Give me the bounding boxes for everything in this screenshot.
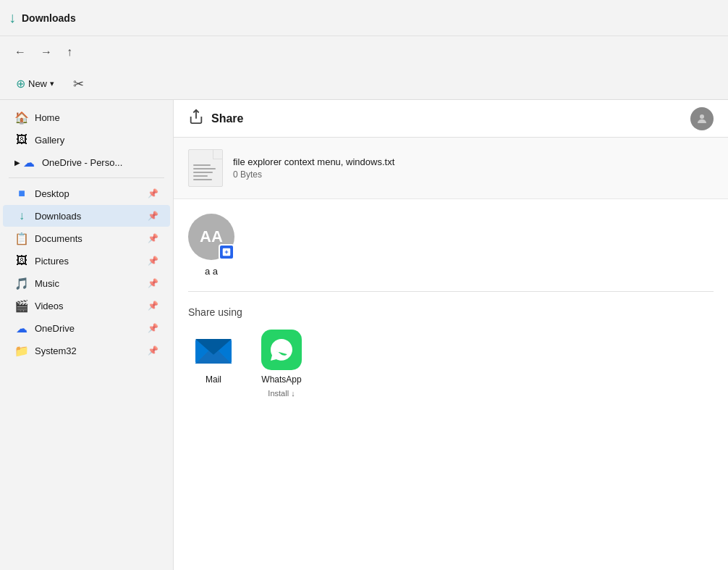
- sidebar-item-label: System32: [35, 345, 148, 356]
- gallery-icon: 🖼: [14, 133, 29, 147]
- share-app-mail[interactable]: Mail: [188, 330, 239, 385]
- whatsapp-label: WhatsApp: [261, 374, 301, 385]
- whatsapp-icon: [261, 330, 302, 370]
- folder-icon: 📁: [14, 343, 29, 358]
- sidebar-item-pictures[interactable]: 🖼 Pictures 📌: [3, 250, 170, 272]
- new-label: New: [28, 78, 47, 89]
- sidebar-item-documents[interactable]: 📋 Documents 📌: [3, 227, 170, 249]
- share-apps: Mail WhatsApp Install ↓: [188, 330, 714, 398]
- sidebar-item-system32[interactable]: 📁 System32 📌: [3, 340, 170, 361]
- sidebar-item-label: OneDrive: [35, 323, 148, 334]
- documents-icon: 📋: [14, 231, 29, 246]
- sidebar: 🏠 Home 🖼 Gallery ▶ ☁ OneDrive - Perso...…: [0, 100, 174, 570]
- sidebar-item-downloads[interactable]: ↓ Downloads 📌: [3, 205, 170, 227]
- sidebar-item-label: Pictures: [35, 256, 148, 267]
- onedrive2-icon: ☁: [14, 321, 29, 335]
- share-panel: Share file explorer context: [174, 100, 728, 570]
- sidebar-item-label: Home: [35, 112, 158, 123]
- top-bar-title: Downloads: [22, 12, 76, 24]
- sidebar-item-home[interactable]: 🏠 Home: [3, 106, 170, 128]
- sidebar-item-label: Desktop: [35, 188, 148, 199]
- expand-icon: ▶: [14, 159, 20, 167]
- contact-avatar[interactable]: AA: [188, 214, 234, 260]
- sidebar-item-label: Documents: [35, 233, 148, 244]
- share-using-title: Share using: [188, 306, 714, 318]
- contact-initials: AA: [200, 227, 223, 246]
- file-preview: file explorer context menu, windows.txt …: [174, 138, 728, 199]
- mail-label: Mail: [206, 374, 221, 385]
- share-app-whatsapp[interactable]: WhatsApp Install ↓: [256, 330, 307, 398]
- main-layout: 🏠 Home 🖼 Gallery ▶ ☁ OneDrive - Perso...…: [0, 100, 728, 570]
- sidebar-item-label: OneDrive - Perso...: [42, 157, 158, 168]
- sidebar-divider: [9, 177, 164, 178]
- sidebar-item-desktop[interactable]: ■ Desktop 📌: [3, 183, 170, 204]
- file-name: file explorer context menu, windows.txt: [233, 156, 394, 167]
- scissors-button[interactable]: ✂: [67, 72, 90, 96]
- pin-icon: 📌: [148, 233, 158, 243]
- back-button[interactable]: ←: [9, 43, 32, 62]
- forward-button[interactable]: →: [35, 43, 58, 62]
- share-using-section: Share using: [174, 292, 728, 412]
- pin-icon: 📌: [148, 323, 158, 333]
- contact-section: AA a a: [174, 199, 728, 291]
- sidebar-item-label: Music: [35, 278, 148, 289]
- svg-point-1: [700, 114, 704, 119]
- pin-icon: 📌: [148, 211, 158, 221]
- sidebar-item-onedrive[interactable]: ▶ ☁ OneDrive - Perso...: [3, 151, 170, 173]
- file-size: 0 Bytes: [233, 169, 394, 180]
- sidebar-item-videos[interactable]: 🎬 Videos 📌: [3, 295, 170, 317]
- home-icon: 🏠: [14, 110, 29, 125]
- user-avatar: [690, 107, 714, 130]
- pin-icon: 📌: [148, 256, 158, 266]
- sidebar-item-gallery[interactable]: 🖼 Gallery: [3, 129, 170, 151]
- contact-name: a a: [205, 266, 218, 277]
- pin-icon: 📌: [148, 345, 158, 356]
- pin-icon: 📌: [148, 188, 158, 198]
- sidebar-item-label: Gallery: [35, 135, 158, 146]
- downloads-icon: ↓: [14, 209, 29, 223]
- whatsapp-sublabel: Install ↓: [268, 389, 295, 398]
- sidebar-item-music[interactable]: 🎵 Music 📌: [3, 272, 170, 294]
- onedrive-icon: ☁: [22, 155, 36, 169]
- toolbar-row: ⊕ New ▾ ✂: [0, 68, 728, 100]
- pictures-icon: 🖼: [14, 253, 29, 268]
- new-plus-icon: ⊕: [16, 77, 25, 91]
- mail-icon: [193, 330, 234, 370]
- share-title: Share: [211, 112, 690, 125]
- share-icon: [188, 109, 204, 128]
- chevron-down-icon: ▾: [50, 79, 54, 88]
- share-header: Share: [174, 100, 728, 138]
- contact-badge: [219, 244, 234, 260]
- downloads-icon: ↓: [9, 9, 16, 26]
- sidebar-item-label: Downloads: [35, 211, 148, 222]
- videos-icon: 🎬: [14, 298, 29, 313]
- desktop-icon: ■: [14, 186, 29, 201]
- nav-row: ← → ↑: [0, 36, 728, 68]
- music-icon: 🎵: [14, 276, 29, 290]
- file-icon: [188, 149, 223, 187]
- new-button[interactable]: ⊕ New ▾: [9, 73, 62, 94]
- pin-icon: 📌: [148, 301, 158, 311]
- top-bar: ↓ Downloads: [0, 0, 728, 36]
- pin-icon: 📌: [148, 278, 158, 288]
- sidebar-item-onedrive2[interactable]: ☁ OneDrive 📌: [3, 317, 170, 339]
- up-button[interactable]: ↑: [61, 43, 78, 62]
- sidebar-item-label: Videos: [35, 301, 148, 311]
- file-info: file explorer context menu, windows.txt …: [233, 156, 394, 180]
